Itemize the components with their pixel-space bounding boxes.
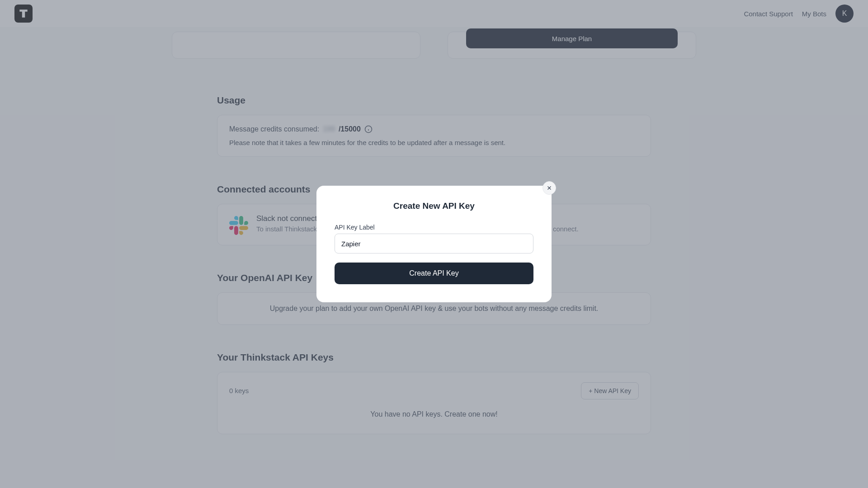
api-key-label-input[interactable] (335, 234, 533, 253)
create-api-key-modal: Create New API Key API Key Label Create … (316, 186, 552, 302)
modal-close-button[interactable] (542, 181, 556, 195)
modal-overlay[interactable]: Create New API Key API Key Label Create … (0, 0, 868, 488)
create-api-key-button[interactable]: Create API Key (335, 263, 533, 284)
api-key-label-label: API Key Label (335, 224, 533, 231)
close-icon (546, 185, 552, 191)
modal-title: Create New API Key (335, 201, 533, 211)
